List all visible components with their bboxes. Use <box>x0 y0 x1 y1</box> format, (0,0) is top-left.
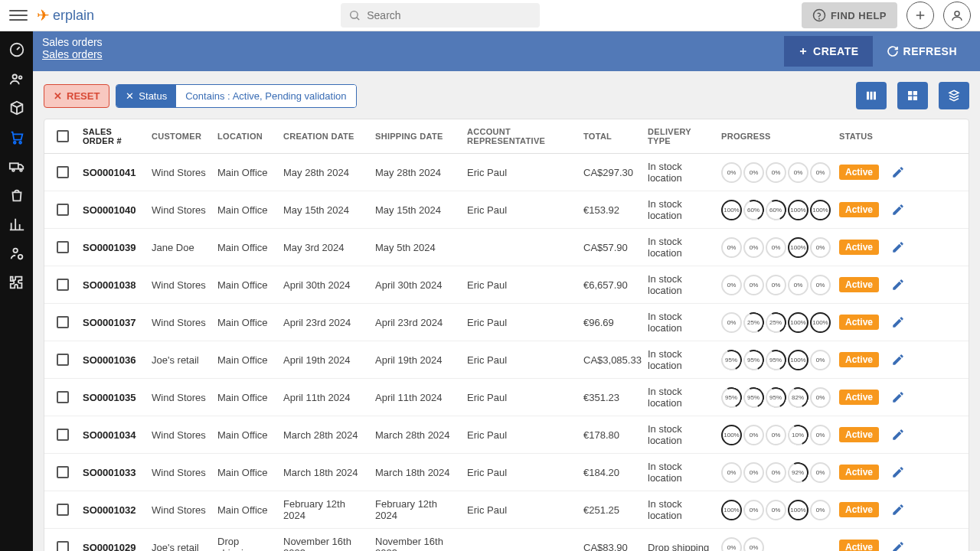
nav-shipping[interactable] <box>8 157 26 175</box>
table-row[interactable]: SO0001036 Joe's retail Main Office April… <box>44 341 969 379</box>
cell-customer: Wind Stores <box>149 429 214 441</box>
cell-shipping-date: March 18th 2024 <box>372 467 464 478</box>
cell-shipping-date: April 23rd 2024 <box>372 317 464 328</box>
cell-shipping-date: November 16th 2023 <box>372 536 464 551</box>
breadcrumb-link[interactable]: Sales orders <box>42 48 784 60</box>
table-row[interactable]: SO0001040 Wind Stores Main Office May 15… <box>44 191 969 229</box>
table-row[interactable]: SO0001037 Wind Stores Main Office April … <box>44 304 969 341</box>
table-row[interactable]: SO0001035 Wind Stores Main Office April … <box>44 379 969 416</box>
nav-team[interactable] <box>8 244 26 262</box>
nav-dashboard[interactable] <box>8 41 26 59</box>
find-help-button[interactable]: FIND HELP <box>802 2 897 28</box>
progress-circle: 0% <box>810 425 831 445</box>
table-row[interactable]: SO0001029 Joe's retail Drop shipping Nov… <box>44 529 969 551</box>
col-shipping-date[interactable]: SHIPPING DATE <box>372 132 464 141</box>
progress-circle: 0% <box>810 275 831 295</box>
nav-purchases[interactable] <box>8 186 26 204</box>
svg-rect-20 <box>871 92 873 100</box>
cell-location: Main Office <box>214 204 280 216</box>
gauge-icon <box>8 41 25 58</box>
status-badge: Active <box>839 277 879 292</box>
row-checkbox[interactable] <box>57 504 69 516</box>
col-delivery[interactable]: DELIVERY TYPE <box>645 127 718 145</box>
nav-integrations[interactable] <box>8 273 26 292</box>
cell-so: SO0001036 <box>80 354 149 366</box>
close-icon[interactable]: ✕ <box>126 90 134 102</box>
cell-creation-date: April 30th 2024 <box>280 279 372 291</box>
reset-button[interactable]: ✕ RESET <box>44 84 109 108</box>
row-checkbox[interactable] <box>57 316 69 328</box>
profile-button[interactable] <box>943 2 971 29</box>
table-row[interactable]: SO0001041 Wind Stores Main Office May 28… <box>44 154 969 191</box>
progress-circle: 0% <box>721 462 742 483</box>
view-columns-button[interactable] <box>856 82 887 109</box>
edit-button[interactable] <box>891 540 913 551</box>
edit-button[interactable] <box>891 465 913 479</box>
cell-account-rep: Eric Paul <box>464 317 580 328</box>
col-progress[interactable]: PROGRESS <box>718 132 836 141</box>
view-export-button[interactable] <box>939 82 969 109</box>
table-row[interactable]: SO0001033 Wind Stores Main Office March … <box>44 454 969 491</box>
cell-so: SO0001035 <box>80 392 149 403</box>
edit-button[interactable] <box>891 315 913 329</box>
create-button[interactable]: CREATE <box>784 36 873 67</box>
edit-button[interactable] <box>891 165 913 179</box>
col-sales-order[interactable]: SALES ORDER # <box>80 127 149 145</box>
row-checkbox[interactable] <box>57 279 69 291</box>
view-grid-button[interactable] <box>897 82 928 109</box>
edit-button[interactable] <box>891 390 913 404</box>
columns-icon <box>864 89 878 103</box>
cell-account-rep: Eric Paul <box>464 354 580 366</box>
edit-button[interactable] <box>891 428 913 442</box>
edit-button[interactable] <box>891 503 913 517</box>
row-checkbox[interactable] <box>57 466 69 478</box>
edit-button[interactable] <box>891 203 913 217</box>
cell-delivery: In stock location <box>645 498 718 521</box>
row-checkbox[interactable] <box>57 241 69 253</box>
refresh-button[interactable]: REFRESH <box>873 36 971 67</box>
search-input[interactable] <box>367 9 532 21</box>
col-total[interactable]: TOTAL <box>580 132 645 141</box>
row-checkbox[interactable] <box>57 354 69 366</box>
nav-inventory[interactable] <box>8 99 26 117</box>
row-checkbox[interactable] <box>57 166 69 178</box>
nav-sales[interactable] <box>8 128 26 146</box>
table-row[interactable]: SO0001039 Jane Doe Main Office May 3rd 2… <box>44 229 969 266</box>
col-customer[interactable]: CUSTOMER <box>149 132 214 141</box>
progress-circle: 95% <box>740 384 767 411</box>
svg-point-15 <box>13 249 18 253</box>
col-location[interactable]: LOCATION <box>214 132 280 141</box>
plus-icon <box>798 46 808 57</box>
table-row[interactable]: SO0001034 Wind Stores Main Office March … <box>44 416 969 454</box>
col-status[interactable]: STATUS <box>836 132 888 141</box>
refresh-label: REFRESH <box>903 45 957 57</box>
row-checkbox[interactable] <box>57 429 69 441</box>
edit-button[interactable] <box>891 278 913 292</box>
col-creation-date[interactable]: CREATION DATE <box>280 132 372 141</box>
edit-button[interactable] <box>891 353 913 367</box>
edit-button[interactable] <box>891 240 913 254</box>
select-all-checkbox[interactable] <box>57 130 69 142</box>
sales-orders-table: SALES ORDER # CUSTOMER LOCATION CREATION… <box>44 119 969 551</box>
progress-circle: 0% <box>721 237 742 258</box>
status-filter-chip[interactable]: ✕ Status Contains : Active, Pending vali… <box>116 84 356 108</box>
nav-contacts[interactable] <box>8 70 26 88</box>
progress-circle: 100% <box>721 425 742 445</box>
cell-progress: 95%95%95%100%0% <box>718 350 836 370</box>
nav-reports[interactable] <box>8 215 26 233</box>
menu-icon[interactable] <box>9 6 28 24</box>
row-checkbox[interactable] <box>57 204 69 216</box>
logo[interactable]: ✈ erplain <box>37 6 94 24</box>
progress-circle: 95% <box>718 347 745 373</box>
row-checkbox[interactable] <box>57 541 69 551</box>
cell-total: €351.23 <box>580 392 645 403</box>
col-account-rep[interactable]: ACCOUNT REPRESENTATIVE <box>464 127 580 145</box>
search-input-wrapper[interactable] <box>341 3 540 28</box>
pencil-icon <box>891 165 905 179</box>
row-checkbox[interactable] <box>57 391 69 403</box>
table-row[interactable]: SO0001038 Wind Stores Main Office April … <box>44 266 969 304</box>
people-icon <box>8 70 25 87</box>
table-row[interactable]: SO0001032 Wind Stores Main Office Februa… <box>44 491 969 529</box>
add-button[interactable] <box>906 2 934 29</box>
cell-account-rep: Eric Paul <box>464 279 580 291</box>
